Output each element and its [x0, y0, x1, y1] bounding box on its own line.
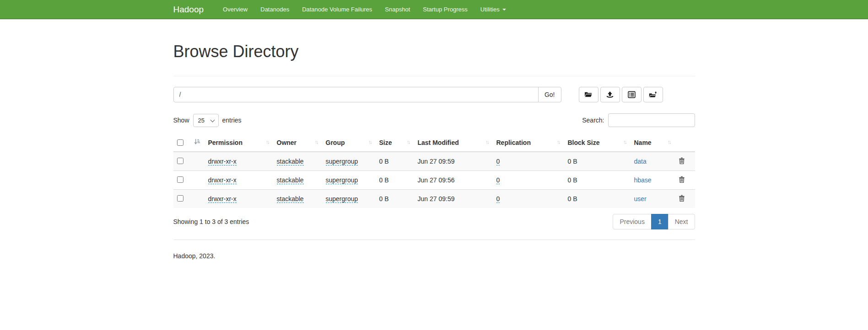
- select-all-checkbox[interactable]: [177, 139, 183, 146]
- cell-group: supergroup: [322, 152, 376, 171]
- path-input-group: Go!: [173, 87, 561, 102]
- sort-arrows-icon: ↑↓: [557, 139, 560, 145]
- nav-item-datanode-volume-failures[interactable]: Datanode Volume Failures: [296, 0, 378, 19]
- header-owner[interactable]: Owner ↑↓: [273, 133, 322, 152]
- list-alt-icon: [628, 91, 636, 98]
- cell-name: hbase: [631, 171, 675, 190]
- cell-size: 0 B: [376, 190, 414, 208]
- cell-name: data: [631, 152, 675, 171]
- cell-block-size: 0 B: [564, 171, 631, 190]
- header-last-modified[interactable]: Last Modified ↑↓: [414, 133, 493, 152]
- table-row: drwxr-xr-x stackable supergroup 0 B Jun …: [173, 190, 695, 208]
- cell-permission: drwxr-xr-x: [205, 152, 273, 171]
- cell-group: supergroup: [322, 171, 376, 190]
- permission-editable[interactable]: drwxr-xr-x: [208, 195, 237, 203]
- header-permission[interactable]: Permission ↑↓: [205, 133, 273, 152]
- delete-button[interactable]: [679, 157, 685, 165]
- header-select-all[interactable]: [173, 133, 205, 152]
- replication-editable[interactable]: 0: [496, 158, 500, 165]
- search-input[interactable]: [608, 113, 695, 127]
- delete-button[interactable]: [679, 195, 685, 203]
- owner-editable[interactable]: stackable: [277, 195, 304, 203]
- search-control: Search:: [582, 113, 695, 127]
- cell-name: user: [631, 190, 675, 208]
- folder-move-icon: [649, 91, 658, 98]
- owner-editable[interactable]: stackable: [277, 158, 304, 165]
- owner-editable[interactable]: stackable: [277, 176, 304, 184]
- trash-icon: [679, 159, 685, 165]
- directory-link[interactable]: data: [634, 158, 647, 165]
- header-actions: [675, 133, 695, 152]
- show-label: Show: [173, 117, 189, 124]
- header-block-size[interactable]: Block Size ↑↓: [564, 133, 631, 152]
- move-to-directory-button[interactable]: [643, 87, 663, 102]
- cell-last-modified: Jun 27 09:56: [414, 171, 493, 190]
- nav-item-snapshot[interactable]: Snapshot: [378, 0, 416, 19]
- group-editable[interactable]: supergroup: [326, 176, 358, 184]
- row-checkbox[interactable]: [177, 176, 183, 183]
- row-checkbox[interactable]: [177, 158, 183, 164]
- go-button[interactable]: Go!: [538, 87, 561, 102]
- cell-group: supergroup: [322, 190, 376, 208]
- permission-editable[interactable]: drwxr-xr-x: [208, 176, 237, 184]
- caret-down-icon: [502, 9, 506, 11]
- create-directory-button[interactable]: [579, 87, 598, 102]
- table-row: drwxr-xr-x stackable supergroup 0 B Jun …: [173, 152, 695, 171]
- replication-editable[interactable]: 0: [496, 195, 500, 203]
- header-group[interactable]: Group ↑↓: [322, 133, 376, 152]
- nav-item-overview[interactable]: Overview: [216, 0, 254, 19]
- search-label: Search:: [582, 117, 604, 124]
- row-checkbox[interactable]: [177, 195, 183, 202]
- upload-files-button[interactable]: [600, 87, 620, 102]
- table-row: drwxr-xr-x stackable supergroup 0 B Jun …: [173, 171, 695, 190]
- sort-amount-asc-icon: [194, 138, 200, 146]
- cell-owner: stackable: [273, 171, 322, 190]
- nav-item-datanodes[interactable]: Datanodes: [254, 0, 296, 19]
- cell-last-modified: Jun 27 09:59: [414, 152, 493, 171]
- nav-item-utilities-dropdown[interactable]: Utilities: [474, 0, 512, 19]
- replication-editable[interactable]: 0: [496, 176, 500, 184]
- cell-replication: 0: [493, 152, 564, 171]
- cell-owner: stackable: [273, 190, 322, 208]
- cell-replication: 0: [493, 171, 564, 190]
- next-page-button[interactable]: Next: [668, 214, 695, 229]
- directory-path-input[interactable]: [173, 87, 539, 102]
- navbar-brand-hadoop[interactable]: Hadoop: [173, 0, 204, 19]
- cell-actions: [675, 152, 695, 171]
- page-length-select[interactable]: 25: [193, 114, 219, 127]
- previous-page-button[interactable]: Previous: [613, 214, 651, 229]
- directory-link[interactable]: hbase: [634, 176, 652, 184]
- table-footer: Showing 1 to 3 of 3 entries Previous 1 N…: [173, 214, 695, 229]
- site-footer-text: Hadoop, 2023.: [173, 252, 695, 330]
- header-replication[interactable]: Replication ↑↓: [493, 133, 564, 152]
- chevron-down-icon: [210, 117, 215, 122]
- trash-icon: [679, 196, 685, 203]
- page-length-value: 25: [198, 117, 205, 124]
- cell-owner: stackable: [273, 152, 322, 171]
- sort-arrows-icon: ↑↓: [368, 139, 371, 145]
- pagination: Previous 1 Next: [613, 214, 695, 229]
- trash-icon: [679, 177, 685, 184]
- cell-actions: [675, 171, 695, 190]
- cell-block-size: 0 B: [564, 152, 631, 171]
- nav-item-startup-progress[interactable]: Startup Progress: [416, 0, 474, 19]
- delete-button[interactable]: [679, 176, 685, 184]
- cell-permission: drwxr-xr-x: [205, 171, 273, 190]
- permission-editable[interactable]: drwxr-xr-x: [208, 158, 237, 165]
- upload-icon: [606, 91, 614, 98]
- sort-arrows-icon: ↑↓: [315, 139, 318, 145]
- page-1-button[interactable]: 1: [651, 214, 669, 229]
- cell-block-size: 0 B: [564, 190, 631, 208]
- header-size[interactable]: Size ↑↓: [376, 133, 414, 152]
- group-editable[interactable]: supergroup: [326, 158, 358, 165]
- cell-last-modified: Jun 27 09:59: [414, 190, 493, 208]
- sort-arrows-icon: ↑↓: [407, 139, 410, 145]
- sort-arrows-icon: ↑↓: [266, 139, 269, 145]
- directory-link[interactable]: user: [634, 195, 647, 202]
- header-name[interactable]: Name ↑↓: [631, 133, 675, 152]
- group-editable[interactable]: supergroup: [326, 195, 358, 203]
- cell-replication: 0: [493, 190, 564, 208]
- cut-paste-button[interactable]: [622, 87, 642, 102]
- directory-table: Permission ↑↓ Owner ↑↓ Group ↑↓ Size ↑↓ …: [173, 133, 695, 208]
- cell-size: 0 B: [376, 152, 414, 171]
